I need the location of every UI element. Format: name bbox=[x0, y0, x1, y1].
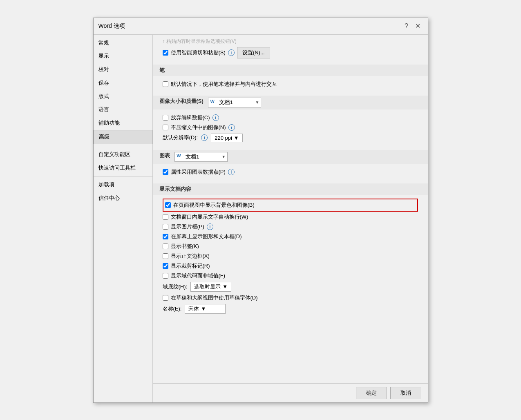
sidebar-item-display[interactable]: 显示 bbox=[94, 49, 152, 63]
show-picture-row: 显示图片框(P) i bbox=[163, 222, 418, 232]
image-header-text: 图像大小和质量(S) bbox=[159, 98, 203, 104]
bg-image-label: 在页面视图中显示背景色和图像(B) bbox=[173, 201, 255, 209]
sidebar-item-ribbon[interactable]: 自定义功能区 bbox=[94, 148, 152, 161]
show-shapes-checkbox[interactable] bbox=[163, 234, 168, 239]
discard-edit-checkbox[interactable] bbox=[163, 115, 168, 121]
name-field-value: 宋体 bbox=[188, 305, 199, 313]
chart-datapoints-checkbox[interactable] bbox=[163, 169, 168, 175]
cancel-button[interactable]: 取消 bbox=[390, 387, 421, 399]
show-crop-row: 显示裁剪标记(R) bbox=[163, 261, 418, 271]
show-field-codes-row: 显示域代码而非域值(F) bbox=[163, 271, 418, 281]
discard-edit-row: 放弃编辑数据(C) i bbox=[163, 113, 418, 123]
pen-label: 默认情况下，使用笔来选择并与内容进行交互 bbox=[171, 80, 277, 88]
dialog-title: Word 选项 bbox=[98, 22, 125, 30]
image-section-header: 图像大小和质量(S) W 文档1 ▼ bbox=[153, 96, 428, 109]
chart-doc-arrow: ▼ bbox=[221, 154, 226, 159]
chart-datapoints-info-icon: i bbox=[228, 169, 235, 175]
image-doc-dropdown-container: W 文档1 ▼ bbox=[208, 98, 261, 104]
doc-icon-2: W bbox=[177, 153, 184, 161]
title-bar-actions: ? ✕ bbox=[402, 21, 423, 31]
smart-cut-paste-row: 使用智能剪切和粘贴(S) i 设置(N)... bbox=[163, 46, 418, 60]
draft-font-label: 在草稿和大纲视图中使用草稿字体(D) bbox=[171, 294, 258, 302]
title-bar: Word 选项 ? ✕ bbox=[94, 18, 428, 35]
content-scroll[interactable]: ↑ 粘贴内容时显示粘贴选项按钮(V) 使用智能剪切和粘贴(S) i 设置(N).… bbox=[153, 35, 428, 383]
sidebar-item-layout[interactable]: 版式 bbox=[94, 90, 152, 103]
image-doc-value: 文档1 bbox=[219, 99, 233, 106]
chart-header-text: 图表 bbox=[159, 152, 170, 159]
word-wrap-label: 文档窗口内显示文字自动换行(W) bbox=[171, 213, 248, 221]
image-doc-dropdown[interactable]: W 文档1 ▼ bbox=[208, 98, 261, 107]
resolution-info-icon: i bbox=[201, 134, 208, 141]
show-shapes-row: 在屏幕上显示图形和文本框(D) bbox=[163, 232, 418, 241]
smart-cut-paste-label: 使用智能剪切和粘贴(S) bbox=[171, 49, 226, 56]
sidebar-divider-2 bbox=[94, 176, 152, 176]
discard-edit-label: 放弃编辑数据(C) bbox=[171, 114, 210, 121]
display-section-header: 显示文档内容 bbox=[153, 183, 428, 195]
smart-cut-paste-checkbox[interactable] bbox=[163, 50, 168, 56]
sidebar-item-language[interactable]: 语言 bbox=[94, 103, 152, 116]
show-bookmarks-label: 显示书签(K) bbox=[171, 243, 199, 250]
word-wrap-row: 文档窗口内显示文字自动换行(W) bbox=[163, 212, 418, 222]
no-compress-checkbox[interactable] bbox=[163, 125, 168, 130]
main-content: ↑ 粘贴内容时显示粘贴选项按钮(V) 使用智能剪切和粘贴(S) i 设置(N).… bbox=[153, 35, 428, 402]
discard-edit-info-icon: i bbox=[212, 114, 219, 121]
chart-doc-dropdown[interactable]: W 文档1 ▼ bbox=[174, 152, 228, 162]
name-field-label: 名称(E): bbox=[163, 305, 182, 313]
smart-cut-paste-info-icon: i bbox=[228, 49, 235, 56]
field-underline-row: 域底纹(H): 选取时显示 ▼ bbox=[163, 281, 418, 293]
show-text-border-row: 显示正文边框(X) bbox=[163, 251, 418, 261]
field-underline-value: 选取时显示 bbox=[194, 283, 221, 290]
settings-button[interactable]: 设置(N)... bbox=[237, 47, 270, 58]
draft-font-checkbox[interactable] bbox=[163, 295, 168, 301]
sidebar: 常规 显示 校对 保存 版式 语言 辅助功能 高级 自定义功能区 快速访问工具栏… bbox=[94, 35, 153, 402]
pen-checkbox-row: 默认情况下，使用笔来选择并与内容进行交互 bbox=[163, 79, 418, 89]
sidebar-item-toolbar[interactable]: 快速访问工具栏 bbox=[94, 161, 152, 175]
field-underline-arrow: ▼ bbox=[222, 284, 228, 290]
doc-icon-1: W bbox=[210, 99, 217, 106]
help-button[interactable]: ? bbox=[402, 21, 411, 31]
sidebar-item-accessibility[interactable]: 辅助功能 bbox=[94, 116, 152, 130]
sidebar-item-save[interactable]: 保存 bbox=[94, 76, 152, 90]
show-picture-checkbox[interactable] bbox=[163, 224, 168, 230]
chart-section-header: 图表 W 文档1 ▼ bbox=[153, 150, 428, 164]
chart-doc-value: 文档1 bbox=[186, 153, 199, 161]
chart-doc-dropdown-container: W 文档1 ▼ bbox=[174, 152, 228, 159]
highlighted-checkbox-row: 在页面视图中显示背景色和图像(B) bbox=[163, 199, 418, 212]
sidebar-item-general[interactable]: 常规 bbox=[94, 36, 152, 50]
pen-checkbox[interactable] bbox=[163, 81, 168, 87]
close-button[interactable]: ✕ bbox=[413, 21, 423, 31]
show-crop-label: 显示裁剪标记(R) bbox=[171, 262, 210, 270]
top-partial-section: ↑ 粘贴内容时显示粘贴选项按钮(V) 使用智能剪切和粘贴(S) i 设置(N).… bbox=[153, 35, 428, 61]
show-bookmarks-checkbox[interactable] bbox=[163, 244, 168, 249]
show-picture-info-icon: i bbox=[207, 223, 213, 230]
bg-image-checkbox[interactable] bbox=[165, 202, 171, 208]
chart-section-body: 属性采用图表数据点(P) i bbox=[153, 164, 428, 180]
chart-datapoints-row: 属性采用图表数据点(P) i bbox=[163, 167, 418, 177]
no-compress-info-icon: i bbox=[228, 124, 235, 131]
no-compress-row: 不压缩文件中的图像(N) i bbox=[163, 123, 418, 132]
sidebar-item-trust[interactable]: 信任中心 bbox=[94, 192, 152, 205]
dialog-body: 常规 显示 校对 保存 版式 语言 辅助功能 高级 自定义功能区 快速访问工具栏… bbox=[94, 35, 428, 402]
show-crop-checkbox[interactable] bbox=[163, 263, 168, 269]
show-picture-label: 显示图片框(P) bbox=[171, 223, 204, 230]
sidebar-item-addins[interactable]: 加载项 bbox=[94, 178, 152, 192]
show-bookmarks-row: 显示书签(K) bbox=[163, 241, 418, 251]
image-doc-arrow: ▼ bbox=[255, 100, 259, 105]
show-field-codes-checkbox[interactable] bbox=[163, 273, 168, 279]
sidebar-item-advanced[interactable]: 高级 bbox=[94, 130, 152, 144]
sidebar-item-proofing[interactable]: 校对 bbox=[94, 63, 152, 76]
show-text-border-checkbox[interactable] bbox=[163, 253, 168, 259]
pen-section-header: 笔 bbox=[153, 65, 428, 76]
field-underline-dropdown[interactable]: 选取时显示 ▼ bbox=[190, 282, 231, 292]
resolution-arrow: ▼ bbox=[234, 135, 239, 141]
name-field-dropdown[interactable]: 宋体 ▼ bbox=[185, 304, 226, 314]
name-field-arrow: ▼ bbox=[201, 306, 206, 312]
dialog-footer: 确定 取消 bbox=[153, 383, 428, 402]
word-wrap-checkbox[interactable] bbox=[163, 214, 168, 220]
field-underline-label: 域底纹(H): bbox=[163, 283, 188, 290]
show-field-codes-label: 显示域代码而非域值(F) bbox=[171, 272, 226, 279]
display-section-body: 在页面视图中显示背景色和图像(B) 文档窗口内显示文字自动换行(W) 显示图片框… bbox=[153, 195, 428, 318]
resolution-dropdown[interactable]: 220 ppi ▼ bbox=[211, 134, 243, 142]
resolution-label: 默认分辨率(D): bbox=[163, 134, 198, 141]
ok-button[interactable]: 确定 bbox=[356, 387, 387, 399]
